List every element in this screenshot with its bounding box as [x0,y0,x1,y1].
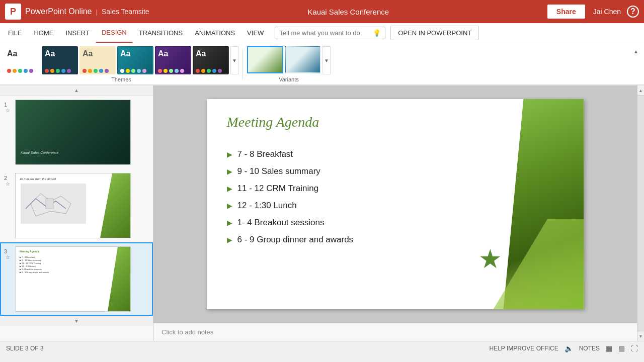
right-scrollbar: ▲ ▼ [637,85,644,341]
svg-rect-1 [46,199,53,209]
site-name: Sales Teamsite [102,8,149,16]
theme-2[interactable]: Aa [42,46,78,74]
agenda-text-0: 7 - 8 Breakfast [237,149,293,159]
agenda-arrow-1: ▶ [227,167,232,175]
title-bar: P PowerPoint Online | Sales Teamsite Kau… [0,0,644,23]
notes-placeholder: Click to add notes [162,328,213,336]
variant-1[interactable] [247,46,283,73]
themes-label: Themes [111,76,131,82]
speaker-notes-icon[interactable]: 🔈 [565,344,573,352]
agenda-item-4: ▶ 1- 4 Breakout sessions [227,218,354,228]
variants-scroll-btn[interactable]: ▼ [323,46,331,74]
agenda-arrow-0: ▶ [227,150,232,158]
slide-2-map [21,184,86,224]
menu-view[interactable]: VIEW [241,23,270,43]
slide-thumbnail-1: Kauai Sales Conference [15,100,131,165]
variants-label: Variants [279,76,299,82]
agenda-text-3: 12 - 1:30 Lunch [237,201,297,211]
agenda-arrow-4: ▶ [227,219,232,227]
themes-row: Aa Aa [4,46,238,74]
active-slide: Meeting Agenda ▶ 7 - 8 Breakfast ▶ 9 - 1… [207,99,584,309]
help-icon[interactable]: ? [627,6,639,18]
agenda-text-5: 6 - 9 Group dinner and awards [237,235,354,245]
slide-thumbnail-2: 10 minutes from the Airport [15,173,131,238]
slide-number-2: 2 [4,175,11,181]
theme-3[interactable]: Aa [79,46,116,74]
status-bar: SLIDE 3 OF 3 HELP IMPROVE OFFICE 🔈 NOTES… [0,341,644,355]
slide-panel-scroll-down[interactable]: ▼ [0,316,153,326]
menu-home[interactable]: HOME [28,23,59,43]
themes-group: Aa Aa [4,46,238,82]
variant-2[interactable] [285,46,321,73]
user-name: Jai Chen [593,8,621,16]
menu-transitions[interactable]: TRANSITIONS [133,23,189,43]
agenda-item-5: ▶ 6 - 9 Group dinner and awards [227,235,354,245]
slide-2-star: ☆ [6,181,10,187]
agenda-arrow-2: ▶ [227,185,232,193]
slide-panel-scroll-up[interactable]: ▲ [0,85,153,96]
agenda-text-2: 11 - 12 CRM Training [237,184,319,194]
variants-row: ▼ [247,46,331,74]
agenda-item-3: ▶ 12 - 1:30 Lunch [227,201,354,211]
slide-view-icon[interactable]: ▦ [606,344,612,352]
slide-canvas[interactable]: Meeting Agenda ▶ 7 - 8 Breakfast ▶ 9 - 1… [153,85,637,323]
agenda-item-0: ▶ 7 - 8 Breakfast [227,149,354,159]
status-right: HELP IMPROVE OFFICE 🔈 NOTES ▦ ▤ ⛶ [490,344,638,352]
slide-thumbnail-3: Meeting Agenda ▶ 7 - 8 Breakfast ▶ 9 - 1… [15,246,131,312]
menu-file[interactable]: FILE [2,23,28,43]
slide-item-1[interactable]: 1 ☆ Kauai Sales Conference [0,96,153,169]
slide-3-star: ☆ [6,254,10,260]
slide-item-2[interactable]: 2 ☆ 10 minutes from the Airport [0,169,153,242]
agenda-item-1: ▶ 9 - 10 Sales summary [227,166,354,176]
menu-design[interactable]: DESIGN [96,23,133,43]
slide-2-title: 10 minutes from the Airport [20,177,56,180]
help-improve-label[interactable]: HELP IMPROVE OFFICE [490,345,558,352]
search-input[interactable] [279,29,371,37]
grid-view-icon[interactable]: ▤ [618,344,625,352]
slide-panel: ▲ 1 ☆ Kauai Sales Conference 2 ☆ 10 minu… [0,85,153,341]
share-button[interactable]: Share [547,5,585,19]
theme-6[interactable]: Aa [193,46,229,74]
slide-1-star: ☆ [6,108,10,113]
app-name: PowerPoint Online [25,7,92,16]
slide-3-star-decoration: ★ [109,296,115,304]
slide-number-3: 3 [4,248,11,254]
slide-number-1: 1 [4,102,11,108]
right-scroll-up[interactable]: ▲ [637,85,645,96]
notes-area[interactable]: Click to add notes [153,323,637,341]
fullscreen-icon[interactable]: ⛶ [631,344,638,352]
ribbon: Aa Aa [0,43,644,85]
powerpoint-logo: P [5,4,21,20]
open-in-powerpoint-button[interactable]: OPEN IN POWERPOINT [390,26,479,40]
canvas-area: Meeting Agenda ▶ 7 - 8 Breakfast ▶ 9 - 1… [153,85,637,341]
menu-animations[interactable]: ANIMATIONS [189,23,241,43]
theme-4[interactable]: Aa [117,46,153,74]
app-divider: | [96,8,98,16]
agenda-arrow-5: ▶ [227,236,232,244]
right-scroll-down[interactable]: ▼ [637,331,645,341]
notes-label[interactable]: NOTES [579,345,600,352]
ribbon-separator [243,49,243,79]
document-title: Kauai Sales Conference [149,8,547,16]
search-box[interactable]: 💡 [275,27,385,39]
agenda-arrow-3: ▶ [227,202,232,210]
themes-scroll-btn[interactable]: ▼ [230,46,238,74]
slide-item-3[interactable]: 3 ☆ Meeting Agenda ▶ 7 - 8 Breakfast ▶ 9… [0,242,153,316]
main-area: ▲ 1 ☆ Kauai Sales Conference 2 ☆ 10 minu… [0,85,644,341]
theme-5[interactable]: Aa [155,46,191,74]
slide-content: ▶ 7 - 8 Breakfast ▶ 9 - 10 Sales summary… [227,149,354,252]
agenda-text-1: 9 - 10 Sales summary [237,166,320,176]
slide-2-decoration [100,173,130,238]
menu-bar: FILE HOME INSERT DESIGN TRANSITIONS ANIM… [0,23,644,43]
menu-insert[interactable]: INSERT [59,23,95,43]
slide-3-content: ▶ 7 - 8 Breakfast ▶ 9 - 10 Sales summary… [20,256,49,274]
ribbon-collapse-button[interactable]: ▲ [632,47,640,55]
slide-star-decoration: ★ [478,244,502,274]
slide-title: Meeting Agenda [227,114,319,130]
lightbulb-icon: 💡 [373,29,381,37]
theme-1[interactable]: Aa [4,46,40,74]
variants-group: ▼ Variants [247,46,331,82]
agenda-text-4: 1- 4 Breakout sessions [237,218,325,228]
slide-status: SLIDE 3 OF 3 [6,345,481,352]
slide-3-title: Meeting Agenda [20,250,39,253]
